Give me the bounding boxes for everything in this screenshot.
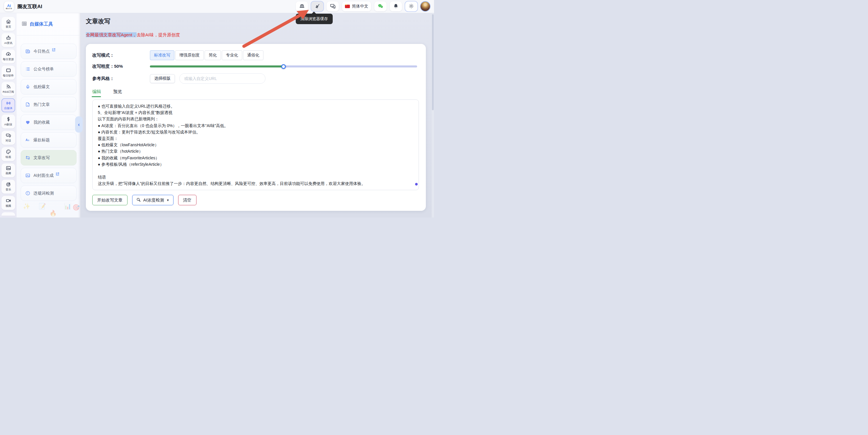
- rail-item-daily-resources[interactable]: 每日资源: [1, 49, 15, 63]
- mode-colloquial[interactable]: 通俗化: [243, 50, 264, 60]
- logo-subtext: 圈友互联: [6, 7, 12, 9]
- style-label: 参考风格：: [92, 76, 150, 81]
- rail-item-chat[interactable]: 对话: [1, 131, 15, 145]
- mode-label: 改写模式：: [92, 53, 150, 58]
- page-scrollbar[interactable]: [432, 13, 434, 218]
- svg-text:a: a: [28, 139, 29, 142]
- tooltip-clear-cache: 清除浏览器缓存: [296, 14, 333, 24]
- music-disc-icon: [6, 182, 11, 188]
- custom-url-input[interactable]: [179, 73, 266, 84]
- external-link-icon: [52, 48, 56, 52]
- sparkles-emoji: ✨: [23, 203, 30, 210]
- list-icon: [25, 67, 30, 71]
- main-content: 文章改写 全网最强文章改写Agent，去除AI味，提升原创度 改写模式： 标准改…: [81, 13, 434, 218]
- tab-preview[interactable]: 预览: [113, 89, 122, 97]
- sidebar-item-my-favorites[interactable]: 我的收藏: [21, 114, 76, 130]
- rail-item-gallery[interactable]: 画廊: [1, 163, 15, 177]
- mode-professional[interactable]: 专业化: [222, 50, 242, 60]
- monitor-icon: [6, 68, 11, 73]
- language-button[interactable]: 简体中文: [342, 1, 371, 11]
- choose-template-button[interactable]: 选择模版: [150, 74, 175, 83]
- clear-cache-button[interactable]: [311, 1, 323, 11]
- fire-emoji: 🔥: [50, 210, 57, 216]
- newspaper-icon: [25, 49, 30, 54]
- rail-item-music[interactable]: 音乐: [1, 180, 15, 194]
- app-logo[interactable]: Ai 圈友互联: [4, 1, 14, 11]
- mode-tabs: 标准改写 增强原创度 简化 专业化 通俗化: [150, 50, 264, 60]
- sidebar-items: 今日热点 公众号榜单 低粉爆文 热门文章 我的收藏 Aa 爆款标题: [17, 35, 81, 201]
- mode-simplify[interactable]: 简化: [205, 50, 221, 60]
- image-icon: [25, 173, 30, 178]
- rail-item-painting[interactable]: 绘画: [1, 147, 15, 161]
- chevron-left-icon: ‹: [78, 121, 80, 128]
- broom-icon: [315, 3, 320, 9]
- caret-down-icon: ▼: [166, 199, 169, 202]
- theme-button[interactable]: [405, 1, 417, 11]
- icon-rail: 首页 AI资讯 每日资源 每日软件 RSS订阅 自媒体 AI副业 对话: [0, 13, 17, 218]
- sidebar-item-article-rewrite[interactable]: 文章改写: [21, 150, 76, 165]
- rail-item-ai-sideline[interactable]: AI副业: [1, 114, 15, 129]
- sidebar-item-hot-articles[interactable]: 热门文章: [21, 97, 76, 112]
- gallery-icon: [6, 165, 11, 171]
- heart-icon: [25, 120, 30, 125]
- style-row: 参考风格： 选择模版: [92, 73, 419, 84]
- sun-icon: [409, 3, 414, 9]
- rail-item-self-media[interactable]: 自媒体: [1, 98, 15, 112]
- rail-item-daily-software[interactable]: 每日软件: [1, 66, 15, 80]
- user-avatar[interactable]: [421, 2, 430, 11]
- rail-item-ai-news[interactable]: AI资讯: [1, 33, 15, 47]
- dollar-icon: [6, 116, 11, 123]
- wechat-button[interactable]: [374, 1, 386, 11]
- bar-chart-emoji: 📊: [64, 203, 71, 210]
- rail-item-partial[interactable]: [1, 212, 15, 216]
- rail-item-home[interactable]: 首页: [1, 17, 15, 31]
- font-aa-icon: Aa: [25, 137, 30, 142]
- devices-icon: [330, 3, 336, 9]
- logo-text: Ai: [7, 4, 11, 7]
- subtitle-rest: 去除AI味，提升原创度: [136, 32, 180, 37]
- degree-slider[interactable]: [150, 65, 417, 67]
- mode-standard[interactable]: 标准改写: [150, 50, 174, 60]
- wechat-icon: [377, 3, 383, 9]
- swap-arrows-icon: [25, 155, 30, 160]
- sidebar-item-today-hot[interactable]: 今日热点: [21, 44, 76, 59]
- notifications-button[interactable]: [390, 1, 402, 11]
- newspaper-photo-icon: [22, 21, 27, 28]
- alert-circle-icon: [25, 191, 30, 196]
- start-rewrite-button[interactable]: 开始改写文章: [92, 195, 127, 205]
- degree-label: 改写程度：50%: [92, 64, 150, 69]
- devices-button[interactable]: [327, 1, 339, 11]
- subtitle-selected-text: 全网最强文章改写Agent，: [86, 32, 136, 37]
- rail-item-rss[interactable]: RSS订阅: [1, 82, 15, 96]
- document-icon: [25, 102, 30, 107]
- sidebar-item-official-account-ranking[interactable]: 公众号榜单: [21, 61, 76, 77]
- rail-item-video[interactable]: 视频: [1, 196, 15, 210]
- sidebar-title: 自媒体工具: [30, 21, 53, 27]
- members-button[interactable]: [296, 1, 308, 11]
- chat-icon: [6, 133, 11, 139]
- sidebar-item-banned-words[interactable]: 违规词检测: [21, 186, 76, 201]
- sidebar-item-ai-cover[interactable]: AI封面生成: [21, 168, 76, 183]
- mode-enhance-originality[interactable]: 增强原创度: [175, 50, 204, 60]
- degree-value: 50%: [114, 64, 123, 69]
- app-window: Ai 圈友互联 圈友互联AI 简体中文: [0, 0, 434, 218]
- palette-icon: [6, 149, 11, 155]
- slider-thumb[interactable]: [281, 64, 286, 69]
- sidebar-item-hot-titles[interactable]: Aa 爆款标题: [21, 132, 76, 148]
- bell-icon: [394, 3, 398, 9]
- app-title: 圈友互联AI: [18, 3, 42, 10]
- scrollbar-thumb[interactable]: [432, 14, 434, 110]
- action-buttons: 开始改写文章 AI浓度检测 ▼ 清空: [92, 195, 419, 205]
- china-flag-icon: [345, 5, 350, 8]
- sidebar-item-low-fans-hot[interactable]: 低粉爆文: [21, 79, 76, 95]
- article-editor[interactable]: ● 也可直接输入自定义URL进行风格迁移。 5、全站新增“AI浓度 + 内容长度…: [92, 99, 419, 190]
- ai-density-check-button[interactable]: AI浓度检测 ▼: [132, 195, 174, 205]
- page-title: 文章改写: [86, 17, 426, 25]
- tab-edit[interactable]: 编辑: [92, 89, 101, 97]
- tooltip-text: 清除浏览器缓存: [300, 16, 328, 22]
- clear-button[interactable]: 清空: [178, 195, 196, 205]
- svg-text:A: A: [26, 138, 28, 142]
- rss-icon: [6, 84, 11, 90]
- target-emoji: 🎯: [72, 204, 80, 211]
- sidebar-collapse-handle[interactable]: ‹: [75, 116, 83, 133]
